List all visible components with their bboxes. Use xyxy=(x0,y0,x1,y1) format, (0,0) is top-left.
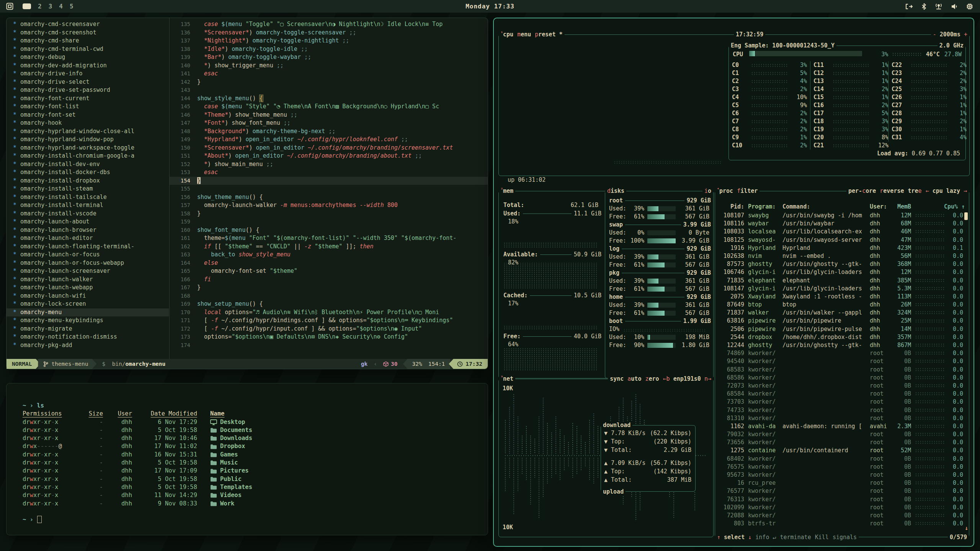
auto-tab[interactable]: auto xyxy=(626,375,643,382)
dir-name[interactable]: Templates xyxy=(210,483,252,491)
reverse-tab[interactable]: reverse xyxy=(878,187,906,194)
file-item[interactable]: *omarchy-hyprland-workspace-toggle xyxy=(7,144,169,152)
cpu-box-title[interactable]: ¹cpu xyxy=(499,31,515,38)
process-row[interactable]: 108107swaybg/usr/bin/swaybg -i /homdhh12… xyxy=(719,212,964,220)
dir-name[interactable]: Videos xyxy=(210,491,242,499)
file-item[interactable]: *omarchy-drive-info xyxy=(7,70,169,78)
process-row[interactable]: 76577kworker/root0B0.0 xyxy=(719,487,964,495)
process-row[interactable]: 87573ghostty/usr/bin/ghostty --gtk-dhh36… xyxy=(719,260,964,268)
file-item[interactable]: *omarchy-hyprland-window-close-all xyxy=(7,127,169,136)
process-row[interactable]: 68402kworker/root0B0.0 xyxy=(719,455,964,463)
process-row[interactable]: 74869kworker/root0B0.0 xyxy=(719,349,964,357)
file-item[interactable]: *omarchy-install-tailscale xyxy=(7,193,169,202)
dir-name[interactable]: Public xyxy=(210,475,242,483)
file-item[interactable]: *omarchy-install-dev-env xyxy=(7,160,169,169)
file-item[interactable]: *omarchy-cmd-screenshot xyxy=(7,29,169,37)
process-row[interactable]: 94540kworker/root0B0.0 xyxy=(719,357,964,365)
file-item[interactable]: *omarchy-debug xyxy=(7,53,169,62)
process-row[interactable]: 71837walker/usr/bin/walker --gappldhh324… xyxy=(719,309,964,317)
file-item[interactable]: *omarchy-notification-dismiss xyxy=(7,333,169,341)
dir-name[interactable]: Documents xyxy=(210,426,252,434)
process-row[interactable]: 72073kworker/root0B0.0 xyxy=(719,382,964,390)
file-item[interactable]: *omarchy-menu-keybindings xyxy=(7,316,169,325)
file-item[interactable]: *omarchy-drive-set-password xyxy=(7,86,169,95)
file-item[interactable]: *omarchy-menu xyxy=(7,308,169,317)
process-row[interactable]: 68583kworker/root0B0.0 xyxy=(719,366,964,374)
file-item[interactable]: *omarchy-cmd-screensaver xyxy=(7,20,169,29)
header-program[interactable]: Program: xyxy=(748,203,780,211)
network-icon[interactable] xyxy=(935,3,942,10)
file-item[interactable]: *omarchy-cmd-terminal-cwd xyxy=(7,45,169,54)
process-row[interactable]: 102638nvimnvim --embed .dhh56M0.0 xyxy=(719,252,964,260)
process-row[interactable]: 2544dropbox/home/dhh/.dropbox-distdhh357… xyxy=(719,333,964,341)
terminate-button[interactable]: terminate xyxy=(778,534,813,541)
file-item[interactable]: *omarchy-launch-wifi xyxy=(7,292,169,300)
file-item[interactable]: *omarchy-lock-screen xyxy=(7,300,169,308)
process-row[interactable]: 1275containe/usr/bin/containerdroot52M0.… xyxy=(719,447,964,455)
net-box-title[interactable]: ³net xyxy=(499,375,515,382)
process-row[interactable]: 16rcu_preeroot0B0.0 xyxy=(719,479,964,487)
process-row[interactable]: 12244ghostty/usr/bin/ghostty --gtk-dhh86… xyxy=(719,341,964,349)
header-pid[interactable]: Pid: xyxy=(719,203,744,211)
process-row[interactable]: 73703kworker/root0B0.0 xyxy=(719,398,964,406)
per-core-tab[interactable]: per-core xyxy=(846,187,878,194)
process-row[interactable]: 68586kworker/root0B0.0 xyxy=(719,374,964,382)
process-row[interactable]: 68584kworker/root0B0.0 xyxy=(719,390,964,398)
logout-icon[interactable] xyxy=(905,3,913,10)
interface-selector[interactable]: ←b enp191s0 n→ xyxy=(661,375,713,382)
file-item[interactable]: *omarchy-launch-walker xyxy=(7,276,169,284)
file-item[interactable]: *omarchy-pkg-add xyxy=(7,341,169,350)
process-row[interactable]: 79032kworker/root0B0.0 xyxy=(719,430,964,439)
dir-name[interactable]: Desktop xyxy=(210,418,245,426)
git-branch-segment[interactable]: themes-menu xyxy=(38,359,96,369)
process-row[interactable]: 76313kworker/root0B0.0 xyxy=(719,496,964,504)
process-row[interactable]: 87649btopbtopdhh26M0.0 xyxy=(719,301,964,309)
file-item[interactable]: *omarchy-launch-webapp xyxy=(7,284,169,292)
filter-tab[interactable]: filter xyxy=(735,187,760,194)
process-row[interactable]: 108125swayosd-/usr/bin/swayosd-serverdhh… xyxy=(719,236,964,244)
process-row[interactable]: 73656kworker/root0B0.0 xyxy=(719,439,964,447)
process-row[interactable]: 108116waybar/usr/bin/waybardhh68M0.0 xyxy=(719,220,964,228)
dir-name[interactable]: Music xyxy=(210,459,238,467)
header-cpu[interactable]: Cpu% ↑ xyxy=(944,203,963,211)
process-row[interactable]: 74733kworker/root0B0.0 xyxy=(719,406,964,414)
dir-name[interactable]: Downloads xyxy=(210,434,252,442)
header-mem[interactable]: MemB xyxy=(890,203,911,211)
header-command[interactable]: Command: xyxy=(782,203,867,211)
file-item[interactable]: *omarchy-launch-about xyxy=(7,218,169,226)
preset-tab[interactable]: preset * xyxy=(533,31,564,38)
chip-icon[interactable] xyxy=(966,3,973,10)
process-row[interactable]: 2506pipewire/usr/bin/pipewire-pulsedhh14… xyxy=(719,325,964,333)
update-interval[interactable]: - 2000ms + xyxy=(931,31,969,38)
proc-box-title[interactable]: ⁴proc xyxy=(715,187,735,194)
bluetooth-icon[interactable] xyxy=(921,3,926,10)
process-row[interactable]: 63816pipewire/usr/bin/pipewiredhh25M0.0 xyxy=(719,317,964,325)
file-item[interactable]: *omarchy-install-vscode xyxy=(7,210,169,218)
dir-name[interactable]: Dropbox xyxy=(210,442,245,450)
scrollbar-thumb[interactable] xyxy=(964,212,968,220)
zero-tab[interactable]: zero xyxy=(643,375,661,382)
process-row[interactable]: 1162avahi-daavahi-daemon: running [avahi… xyxy=(719,422,964,430)
dir-name[interactable]: Games xyxy=(210,451,238,459)
terminal-cursor[interactable] xyxy=(37,516,42,523)
scroll-down-arrow[interactable]: ↓ xyxy=(965,525,968,531)
process-row[interactable]: 76575kworker/root0B0.0 xyxy=(719,463,964,471)
file-item[interactable]: *omarchy-launch-browser xyxy=(7,226,169,235)
io-tab[interactable]: io xyxy=(702,187,713,194)
file-item[interactable]: *omarchy-install-steam xyxy=(7,185,169,193)
process-row[interactable]: 2075XwaylandXwayland :1 -rootless -dhh11… xyxy=(719,293,964,301)
process-row[interactable]: 71835elephantelephantdhh385M0.0 xyxy=(719,277,964,285)
process-row[interactable]: 106746glycin-i/usr/lib/glycin-loadersdhh… xyxy=(719,268,964,276)
file-item[interactable]: *omarchy-cmd-share xyxy=(7,37,169,45)
file-item[interactable]: *omarchy-hyprland-window-pop xyxy=(7,135,169,144)
file-item[interactable]: *omarchy-dev-add-migration xyxy=(7,62,169,70)
file-item[interactable]: *omarchy-font-list xyxy=(7,103,169,111)
process-row[interactable]: 102099kworker/root0B0.0 xyxy=(719,504,964,512)
process-row[interactable]: 81310kworker/root0B0.0 xyxy=(719,414,964,422)
file-item[interactable]: *omarchy-launch-editor xyxy=(7,234,169,243)
volume-icon[interactable] xyxy=(951,3,958,10)
file-item[interactable]: *omarchy-migrate xyxy=(7,325,169,333)
sort-selector[interactable]: ← cpu lazy → xyxy=(924,187,969,194)
menu-tab[interactable]: menu xyxy=(515,31,533,38)
signals-button[interactable]: signals xyxy=(831,534,859,541)
